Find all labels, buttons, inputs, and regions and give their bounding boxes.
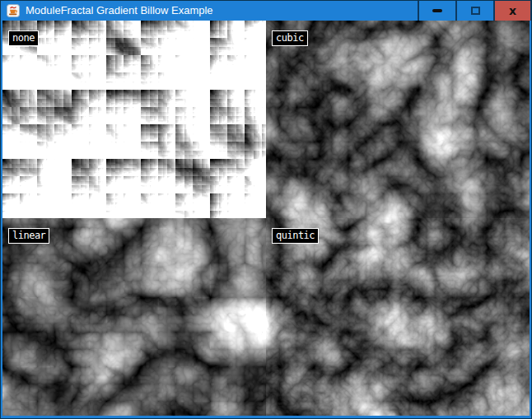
minimize-button[interactable] (418, 1, 455, 21)
maximize-icon (471, 7, 480, 15)
titlebar[interactable]: ModuleFractal Gradient Billow Example x (1, 1, 531, 21)
quadrant-label-none: none (8, 30, 39, 46)
window-controls: x (418, 1, 531, 21)
close-button[interactable]: x (493, 1, 531, 21)
java-coffee-cup-icon (7, 4, 20, 17)
noise-canvas (2, 21, 530, 416)
window-title: ModuleFractal Gradient Billow Example (26, 1, 213, 21)
maximize-button[interactable] (455, 1, 493, 21)
quadrant-label-cubic: cubic (272, 30, 308, 46)
minimize-icon (432, 9, 442, 12)
quadrant-label-quintic: quintic (272, 228, 319, 244)
render-area: none cubic linear quintic (2, 21, 530, 416)
close-icon: x (509, 5, 516, 16)
app-window: ModuleFractal Gradient Billow Example x … (0, 0, 532, 419)
quadrant-label-linear: linear (8, 228, 49, 244)
